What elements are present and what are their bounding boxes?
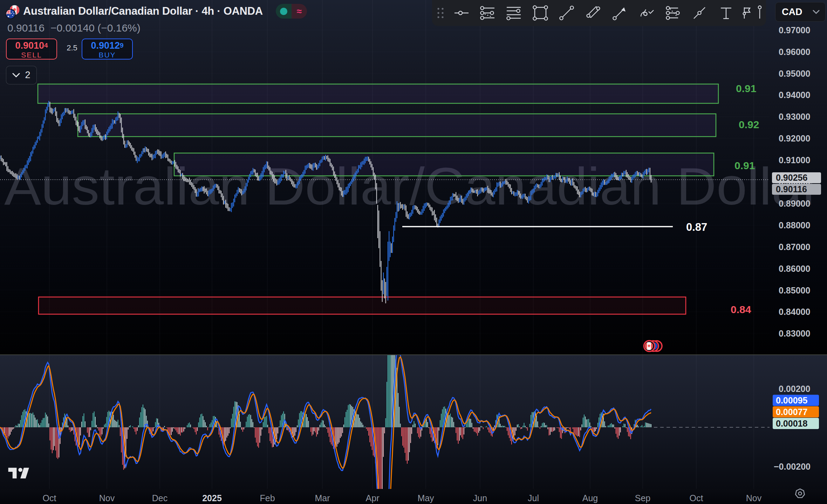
svg-text:Sep: Sep [635,493,650,503]
svg-text:0.97000: 0.97000 [779,25,810,35]
svg-text:0.94000: 0.94000 [779,90,810,100]
svg-text:2025: 2025 [202,493,222,503]
svg-text:0.92000: 0.92000 [779,133,810,143]
svg-text:0.00095: 0.00095 [776,395,807,405]
svg-text:0.83000: 0.83000 [779,329,810,338]
svg-text:Mar: Mar [315,493,330,503]
svg-text:0.84000: 0.84000 [779,307,810,317]
svg-text:0.00077: 0.00077 [776,407,807,417]
svg-text:−0.00200: −0.00200 [774,462,811,471]
svg-text:0.00018: 0.00018 [776,419,807,428]
svg-text:0.95000: 0.95000 [779,69,810,78]
svg-text:0.96000: 0.96000 [779,47,810,57]
svg-text:0.85000: 0.85000 [779,285,810,295]
svg-text:Aug: Aug [582,493,598,503]
svg-text:0.93000: 0.93000 [779,112,810,122]
svg-text:Nov: Nov [746,493,762,503]
svg-text:0.87000: 0.87000 [779,242,810,252]
svg-text:0.88000: 0.88000 [779,220,810,230]
svg-text:Apr: Apr [366,493,380,503]
svg-text:Oct: Oct [43,493,56,503]
svg-text:Jul: Jul [528,493,539,503]
svg-text:0.90256: 0.90256 [776,173,807,182]
svg-text:0.87: 0.87 [686,221,707,233]
svg-text:Oct: Oct [690,493,703,503]
svg-text:0.00200: 0.00200 [779,384,810,394]
svg-text:Jun: Jun [473,493,487,503]
svg-text:0.89000: 0.89000 [779,199,810,208]
svg-text:May: May [417,493,434,503]
svg-text:0.91: 0.91 [734,160,755,171]
svg-text:0.91: 0.91 [736,83,756,94]
svg-text:0.86000: 0.86000 [779,264,810,274]
svg-text:Feb: Feb [260,493,275,503]
svg-text:0.92: 0.92 [739,119,759,130]
svg-text:Nov: Nov [99,493,115,503]
svg-text:Dec: Dec [152,493,168,503]
svg-text:0.91000: 0.91000 [779,155,810,165]
svg-text:0.90116: 0.90116 [776,184,807,194]
svg-text:0.84: 0.84 [731,304,751,315]
